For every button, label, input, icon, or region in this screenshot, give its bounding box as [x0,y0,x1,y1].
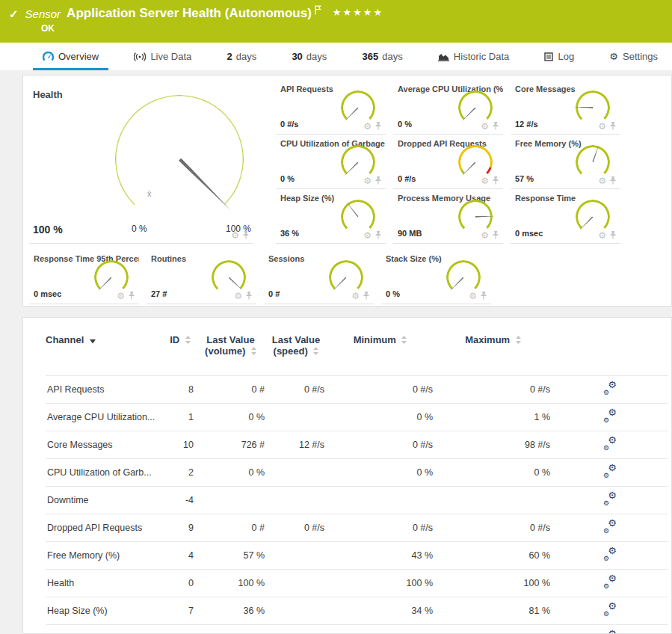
channel-name-cell[interactable]: Downtime [46,487,165,514]
gauge-cell-stack-size[interactable]: Stack Size (%) 0 % ⚙ [381,250,491,304]
tab-days[interactable]: 30 days [282,43,336,70]
gauge-cell-free-memory[interactable]: Free Memory (%) 57 % ⚙ [511,135,620,189]
gear-icon[interactable]: ⚙ [351,292,360,300]
gear-icon[interactable]: ⚙ [363,177,372,185]
gear-icon[interactable]: ⚙ [231,232,239,239]
pin-icon[interactable] [492,231,499,239]
last-value-speed-cell [266,459,326,487]
tab-log[interactable]: Log [534,43,584,70]
pin-icon[interactable] [609,231,617,239]
gear-icon[interactable]: ⚙ [598,177,606,185]
pin-icon[interactable] [480,292,487,300]
gear-icon[interactable]: ⚙ [117,292,125,300]
overview-gauge-icon [43,52,54,61]
table-row-free-memory[interactable]: Free Memory (%) 4 57 % 43 % 60 % ⚙⚙ [46,542,668,570]
pin-icon[interactable] [242,231,250,239]
pin-icon[interactable] [374,122,382,130]
tab-overview[interactable]: Overview [33,43,108,70]
table-row-cpu-utilization-of-garb[interactable]: CPU Utilization of Garb... 2 0 % 0 % 0 %… [46,459,668,487]
live-data-icon [134,52,146,61]
gauge-cell-sessions[interactable]: Sessions 0 # ⚙ [264,250,374,304]
pin-icon[interactable] [492,176,499,185]
gear-icon[interactable]: ⚙ [598,123,606,130]
channel-name-cell[interactable]: Average CPU Utilization... [46,404,165,431]
gear-icon[interactable]: ⚙ [234,292,242,300]
tab-settings[interactable]: ⚙ Settings [599,43,668,70]
tab-live-data[interactable]: Live Data [124,43,201,70]
gear-icon[interactable]: ⚙ [469,292,477,300]
channel-settings-icon[interactable]: ⚙⚙ [603,604,617,615]
table-row-average-cpu-utilization[interactable]: Average CPU Utilization... 1 0 % 0 % 1 %… [46,404,668,431]
channel-table: Channel ID Last Value (volume) Last [46,334,668,634]
table-row-health[interactable]: Health 0 100 % 100 % 100 % ⚙⚙ [46,570,668,597]
pin-icon[interactable] [128,292,135,300]
channel-name-cell[interactable]: Free Memory (%) [46,542,165,570]
gauge-cell-process-memory-usage[interactable]: Process Memory Usage 90 MB ⚙ [393,189,503,244]
column-header-last-value-speed[interactable]: Last Value (speed) [266,334,326,376]
flag-icon[interactable] [314,5,322,15]
channel-name-cell[interactable]: Health [46,570,165,597]
table-row-heap-size[interactable]: Heap Size (%) 7 36 % 34 % 81 % ⚙⚙ [46,597,668,625]
gear-icon[interactable]: ⚙ [598,232,606,239]
sort-icon [251,346,256,357]
table-row-process-memory-usage[interactable]: Process Memory Usage 5 90 MB 87 MB 113 M… [46,625,668,634]
channel-settings-icon[interactable]: ⚙⚙ [603,549,617,560]
tab-days[interactable]: 365 days [353,43,413,70]
column-header-maximum[interactable]: Maximum [434,334,552,376]
channel-settings-icon[interactable]: ⚙⚙ [603,493,617,505]
priority-stars[interactable]: ★★★★★ [333,7,383,18]
channel-name-cell[interactable]: Dropped API Requests [46,514,165,542]
gauge-cell-api-requests[interactable]: API Requests 0 #/s ⚙ [276,80,386,135]
channel-settings-icon[interactable]: ⚙⚙ [603,383,617,394]
gauge-cell-average-cpu-utilization[interactable]: Average CPU Utilization (%) 0 % ⚙ [393,80,503,135]
table-row-core-messages[interactable]: Core Messages 10 726 # 12 #/s 0 #/s 98 #… [46,431,668,459]
channel-name-cell[interactable]: Heap Size (%) [46,597,165,625]
gauge-cell-cpu-utilization-of-garbage-c[interactable]: CPU Utilization of Garbage C... 0 % ⚙ [276,135,386,189]
gauge-cell-heap-size[interactable]: Heap Size (%) 36 % ⚙ [276,189,386,244]
pin-icon[interactable] [609,122,617,130]
table-row-api-requests[interactable]: API Requests 8 0 # 0 #/s 0 #/s 0 #/s ⚙⚙ [46,376,668,404]
gear-icon[interactable]: ⚙ [481,232,489,239]
column-header-id[interactable]: ID [165,334,195,376]
gauge-cell-response-time[interactable]: Response Time 0 msec ⚙ [511,189,620,244]
channel-name-cell[interactable]: Process Memory Usage [46,625,165,634]
pin-icon[interactable] [245,292,253,300]
column-header-minimum[interactable]: Minimum [326,334,434,376]
column-header-channel[interactable]: Channel [46,334,165,376]
mini-gauge [446,260,481,295]
sort-icon [185,335,191,346]
gauge-cell-routines[interactable]: Routines 27 # ⚙ [147,250,256,304]
channel-settings-icon[interactable]: ⚙⚙ [603,466,617,477]
channel-name-cell[interactable]: Core Messages [46,431,165,459]
column-header-last-value-volume[interactable]: Last Value (volume) [195,334,266,376]
gauge-cell-response-time-95th-percentile[interactable]: Response Time 95th Percentile 0 msec ⚙ [29,250,139,304]
health-gauge-cell[interactable]: Health 0 % 100 % x̄ 100 % ⚙ [29,80,253,244]
pin-icon[interactable] [374,176,382,185]
pin-icon[interactable] [492,122,499,130]
last-value-speed-cell [266,487,326,514]
gear-icon[interactable]: ⚙ [481,123,489,130]
pin-icon[interactable] [374,231,382,239]
table-row-dropped-api-requests[interactable]: Dropped API Requests 9 0 # 0 #/s 0 #/s 0… [46,514,668,542]
gauge-cell-core-messages[interactable]: Core Messages 12 #/s ⚙ [511,80,620,135]
last-value-volume-cell: 36 % [195,597,266,625]
channel-id-cell: 9 [165,514,195,542]
tab-days[interactable]: 2 days [217,43,266,70]
channel-name-cell[interactable]: API Requests [46,376,165,404]
pin-icon[interactable] [609,176,617,185]
tab-historic-data[interactable]: Historic Data [428,43,519,70]
last-value-volume-cell: 100 % [195,570,266,597]
gear-icon[interactable]: ⚙ [363,123,372,130]
gear-icon[interactable]: ⚙ [481,177,489,185]
channel-settings-icon[interactable]: ⚙⚙ [603,521,617,532]
channel-name-cell[interactable]: CPU Utilization of Garb... [46,459,165,487]
channel-settings-icon[interactable]: ⚙⚙ [603,438,617,449]
channel-settings-icon[interactable]: ⚙⚙ [603,410,617,422]
gauge-cell-dropped-api-requests[interactable]: Dropped API Requests 0 #/s ⚙ [393,135,503,189]
last-value-speed-cell [266,597,326,625]
table-row-downtime[interactable]: Downtime -4 ⚙⚙ [46,487,668,514]
pin-icon[interactable] [363,292,370,300]
channel-settings-icon[interactable]: ⚙⚙ [603,576,617,588]
historic-data-icon [438,52,449,61]
gear-icon[interactable]: ⚙ [363,232,372,239]
